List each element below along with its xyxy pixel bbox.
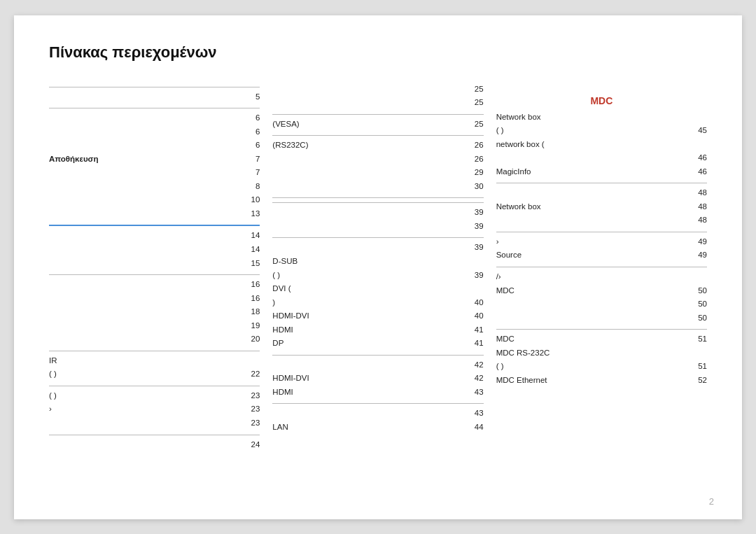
toc-num: 49 — [687, 248, 707, 262]
toc-num: 24 — [240, 438, 260, 452]
toc-row: 7 — [49, 166, 260, 180]
toc-num: 45 — [687, 124, 707, 138]
toc-row: 48 — [496, 186, 707, 200]
toc-label: MDC RS-232C — [496, 346, 687, 360]
toc-num: 20 — [240, 332, 260, 346]
toc-num: 52 — [687, 374, 707, 388]
toc-label: Αποθήκευση — [49, 153, 240, 167]
toc-row: ( )45 — [496, 124, 707, 138]
toc-num: 39 — [464, 269, 484, 283]
page-title: Πίνακας περιεχομένων — [49, 43, 707, 62]
toc-row: ›49 — [496, 235, 707, 249]
toc-num: 14 — [240, 243, 260, 257]
toc-row: HDMI43 — [272, 386, 483, 400]
toc-label: HDMI — [272, 386, 463, 400]
toc-label: D-SUB — [272, 255, 463, 269]
toc-label: ( ) — [49, 389, 240, 403]
toc-row: MagicInfo46 — [496, 165, 707, 179]
toc-row: ›23 — [49, 402, 260, 416]
toc-label: MDC — [496, 284, 687, 298]
toc-num: 19 — [240, 319, 260, 333]
toc-num: 39 — [464, 206, 484, 220]
toc-num: 18 — [240, 305, 260, 319]
toc-row: HDMI41 — [272, 323, 483, 337]
toc-row: 5 — [49, 90, 260, 104]
toc-num: 25 — [464, 118, 484, 132]
toc-row: network box ( — [496, 138, 707, 152]
toc-row: 18 — [49, 305, 260, 319]
toc-row: 24 — [49, 438, 260, 452]
toc-num: 41 — [464, 323, 484, 337]
toc-row: MDC51 — [496, 332, 707, 346]
toc-num: 7 — [240, 153, 260, 167]
toc-num: 23 — [240, 402, 260, 416]
toc-label: HDMI-DVI — [272, 372, 463, 386]
toc-num: 50 — [687, 297, 707, 311]
toc-row: 23 — [49, 416, 260, 430]
toc-num: 48 — [687, 213, 707, 227]
toc-row: ( )39 — [272, 269, 483, 283]
toc-row: Αποθήκευση7 — [49, 153, 260, 167]
toc-row: MDC RS-232C — [496, 346, 707, 360]
toc-label: DVI ( — [272, 282, 463, 296]
toc-row: 14 — [49, 243, 260, 257]
toc-row: 20 — [49, 332, 260, 346]
toc-row: ( )51 — [496, 360, 707, 374]
toc-row: ( )22 — [49, 367, 260, 381]
toc-row: 19 — [49, 319, 260, 333]
toc-num: 30 — [464, 180, 484, 194]
toc-num: 6 — [240, 125, 260, 139]
col3: MDCNetwork box( )45network box (46MagicI… — [496, 83, 707, 452]
toc-row: ( )23 — [49, 389, 260, 403]
toc-row: 10 — [49, 193, 260, 207]
toc-num: 46 — [687, 151, 707, 165]
toc-row: 46 — [496, 151, 707, 165]
toc-row: Network box — [496, 111, 707, 125]
toc-label: Network box — [496, 200, 687, 214]
mdc-heading: MDC — [496, 95, 707, 106]
toc-num: 15 — [240, 257, 260, 271]
toc-num: 23 — [240, 389, 260, 403]
toc-num: 46 — [687, 165, 707, 179]
toc-label: › — [496, 235, 687, 249]
toc-row: 50 — [496, 297, 707, 311]
toc-num: 6 — [240, 111, 260, 125]
toc-row: DVI ( — [272, 282, 483, 296]
toc-row: 39 — [272, 206, 483, 220]
toc-row: 13 — [49, 207, 260, 221]
toc-num: 43 — [464, 386, 484, 400]
toc-num: 14 — [240, 229, 260, 243]
toc-num: 7 — [240, 166, 260, 180]
toc-label: MagicInfo — [496, 165, 687, 179]
toc-row: 16 — [49, 292, 260, 306]
toc-num: 26 — [464, 153, 484, 167]
toc-label: MDC Ethernet — [496, 374, 687, 388]
toc-row: 6 — [49, 111, 260, 125]
toc-num: 40 — [464, 309, 484, 323]
toc-row: (RS232C)26 — [272, 139, 483, 153]
page-number: 2 — [709, 496, 714, 507]
toc-num: 43 — [464, 407, 484, 421]
toc-row: MDC Ethernet52 — [496, 374, 707, 388]
toc-num: 41 — [464, 337, 484, 351]
toc-num: 5 — [240, 90, 260, 104]
toc-label: (RS232C) — [272, 139, 463, 153]
toc-num: 8 — [240, 180, 260, 194]
toc-label: /› — [496, 270, 687, 284]
toc-row: HDMI-DVI42 — [272, 372, 483, 386]
toc-num: 42 — [464, 358, 484, 372]
toc-row: 25 — [272, 83, 483, 97]
toc-label: › — [49, 402, 240, 416]
toc-num: 26 — [464, 139, 484, 153]
toc-num: 48 — [687, 200, 707, 214]
toc-num: 10 — [240, 193, 260, 207]
toc-num: 13 — [240, 207, 260, 221]
col2: 2525(VESA)25(RS232C)26262930393939D-SUB(… — [272, 83, 496, 452]
toc-label: ( ) — [272, 269, 463, 283]
toc-row: IR — [49, 354, 260, 368]
toc-label: MDC — [496, 332, 687, 346]
toc-row: 16 — [49, 278, 260, 292]
toc-row: LAN44 — [272, 421, 483, 435]
toc-row: 25 — [272, 96, 483, 110]
toc-label: ( ) — [496, 124, 687, 138]
